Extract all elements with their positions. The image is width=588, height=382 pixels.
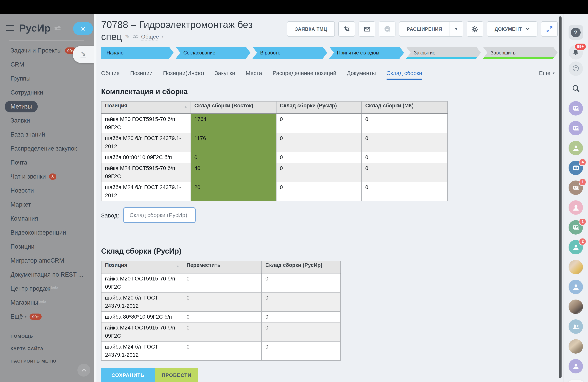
sidebar-item-metizy-selected[interactable]: Метизы: [0, 100, 94, 114]
factory-select[interactable]: Склад сборки (РусИр): [123, 207, 196, 223]
collapse-menu-button[interactable]: ↘: [73, 46, 94, 63]
sidebar-item-more[interactable]: Ещё ▾ 99+: [0, 310, 94, 324]
table-row: шайба 80*80*10 09Г2С б/п 0 0 0: [101, 152, 447, 163]
scroll-top-button[interactable]: [77, 364, 90, 377]
stage-approval[interactable]: Согласование: [176, 47, 251, 59]
sidebar-sitemap-link[interactable]: КАРТА САЙТА: [0, 342, 94, 355]
contact-card-avatar[interactable]: 1: [568, 220, 583, 234]
envelope-icon: [363, 25, 371, 33]
sidebar-item-knowledge-base[interactable]: База знаний: [0, 127, 94, 142]
close-hint-button[interactable]: ×: [73, 22, 93, 35]
sidebar-item-chat-calls[interactable]: Чат и звонки 8: [0, 170, 94, 184]
photo-avatar[interactable]: [568, 299, 583, 314]
person-avatar[interactable]: [568, 280, 583, 294]
person-avatar[interactable]: [568, 200, 583, 215]
tab-positions[interactable]: Позиции: [130, 70, 152, 76]
menu-hamburger-icon[interactable]: [6, 25, 14, 31]
person-avatar[interactable]: 2: [568, 240, 583, 255]
column-move[interactable]: Переместить: [183, 261, 262, 273]
question-mark-icon: ?: [571, 27, 581, 37]
sidebar-item-requests[interactable]: Заявки: [0, 114, 94, 127]
help-button[interactable]: ?: [568, 25, 583, 40]
close-icon: ×: [81, 24, 85, 33]
chevron-down-icon[interactable]: ▾: [162, 31, 163, 43]
contact-card-avatar[interactable]: [568, 121, 583, 135]
contact-card-icon: [571, 104, 580, 113]
two-person-icon: [571, 322, 580, 331]
photo-avatar[interactable]: [568, 339, 583, 354]
stage-start[interactable]: Начало: [101, 47, 174, 59]
sort-asc-icon: ▲: [184, 105, 188, 108]
column-position[interactable]: Позиция▲: [101, 101, 191, 114]
mail-button[interactable]: [358, 21, 375, 37]
document-button[interactable]: ДОКУМЕНТ: [487, 21, 537, 37]
person-avatar[interactable]: [568, 141, 583, 155]
save-button[interactable]: СОХРАНИТЬ: [101, 368, 155, 382]
notifications-button[interactable]: 99+: [568, 45, 583, 60]
rail-menu-button[interactable]: [567, 380, 585, 382]
highlighted-cell: 1764: [191, 114, 276, 133]
sidebar-item-sales-center[interactable]: Центр продаж beta: [0, 282, 94, 296]
category-link[interactable]: Общее: [141, 33, 159, 41]
tab-places[interactable]: Места: [246, 70, 262, 76]
column-position[interactable]: Позиция▲: [101, 261, 183, 273]
fullscreen-button[interactable]: [541, 21, 558, 37]
photo-avatar[interactable]: [568, 260, 583, 274]
edit-pencil-icon[interactable]: ✎: [125, 31, 130, 43]
column-warehouse-rusir[interactable]: Склад сборки (РусИр): [262, 261, 340, 273]
call-button[interactable]: [338, 21, 355, 37]
post-button[interactable]: ПРОВЕСТИ: [155, 368, 198, 382]
tab-assembly-warehouse[interactable]: Склад сборки: [386, 70, 422, 76]
person-icon: [571, 283, 580, 291]
contact-card-icon: [571, 223, 580, 232]
sidebar-help-link[interactable]: ПОМОЩЬ: [0, 330, 94, 342]
chat-transfer-button[interactable]: [379, 21, 396, 37]
sidebar-content-gutter: [94, 14, 96, 382]
stage-closing[interactable]: Закрытие: [406, 47, 481, 59]
extensions-caret-button[interactable]: ▼: [450, 21, 463, 37]
extensions-button[interactable]: РАСШИРЕНИЯ: [399, 21, 450, 37]
sidebar-item-shops[interactable]: Магазины beta: [0, 296, 94, 310]
table-row: гайка М24 ГОСТ5915-70 б/п 09Г2С 0 0: [101, 322, 340, 341]
main-scrollbar[interactable]: [559, 16, 562, 378]
stage-finish[interactable]: Завершить: [483, 47, 558, 59]
two-person-avatar[interactable]: [568, 319, 583, 334]
table-header-row: Позиция▲ Переместить Склад сборки (РусИр…: [101, 261, 340, 273]
search-button[interactable]: [568, 81, 583, 96]
chevron-down-icon: [525, 28, 530, 30]
sort-asc-icon: ▲: [176, 264, 179, 268]
contact-card-avatar[interactable]: [568, 101, 583, 116]
sidebar-item-purchase-distribution[interactable]: Распределение закупок: [0, 142, 94, 156]
settings-button[interactable]: [467, 21, 483, 37]
sidebar-item-employees[interactable]: Сотрудники: [0, 85, 94, 100]
group-chat-avatar[interactable]: 4: [568, 161, 583, 175]
app-logo[interactable]: РусИр: [19, 22, 51, 34]
column-warehouse-rusir[interactable]: Склад сборки (РусИр): [276, 101, 361, 114]
person-icon: [571, 203, 580, 212]
tab-more[interactable]: Еще ▾: [539, 70, 555, 76]
tab-documents[interactable]: Документы: [347, 70, 376, 76]
tab-purchases[interactable]: Закупки: [215, 70, 235, 76]
sidebar-item-mail[interactable]: Почта: [0, 156, 94, 170]
sidebar-item-rest-docs[interactable]: Документация по REST ...: [0, 268, 94, 282]
sidebar-item-amocrm-migrator[interactable]: Мигратор amoCRM: [0, 254, 94, 268]
sidebar-item-company[interactable]: Компания: [0, 212, 94, 226]
stage-in-progress[interactable]: В работе: [252, 47, 327, 59]
request-tmc-button[interactable]: ЗАЯВКА ТМЦ: [287, 21, 335, 37]
chat-transfer-rail-button[interactable]: [568, 62, 583, 76]
page-title: 70788 – Гидроэлектромонтаж без спец ✎ Об…: [101, 19, 287, 43]
person-avatar[interactable]: [568, 359, 583, 373]
sidebar-item-positions[interactable]: Позиции: [0, 240, 94, 254]
sidebar-item-groups[interactable]: Группы: [0, 72, 94, 85]
sidebar-item-market[interactable]: Маркет: [0, 198, 94, 212]
tab-general[interactable]: Общие: [101, 70, 120, 76]
sidebar-item-news[interactable]: Новости: [0, 184, 94, 198]
stage-warehouse-acceptance[interactable]: Принятие складом: [329, 47, 404, 59]
contact-card-avatar[interactable]: 1: [568, 180, 583, 195]
tab-positions-info[interactable]: Позиции(Инфо): [163, 70, 204, 76]
column-warehouse-mk[interactable]: Склад сборки (МК): [361, 101, 447, 114]
column-warehouse-vostok[interactable]: Склад сборки (Восток): [191, 101, 276, 114]
tab-position-distribution[interactable]: Распределение позиций: [273, 70, 336, 76]
expand-arrows-icon: [546, 25, 553, 33]
sidebar-item-video-conferences[interactable]: Видеоконференции: [0, 226, 94, 240]
